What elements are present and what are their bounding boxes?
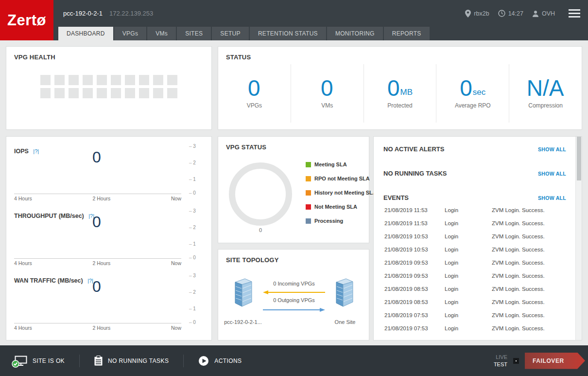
events-scrollbar[interactable] — [575, 137, 582, 340]
stat-unit: sec — [473, 88, 485, 97]
location-indicator: rbx2b — [465, 10, 489, 18]
y-tick: 1 — [189, 241, 205, 247]
show-all-events-link[interactable]: SHOW ALL — [538, 195, 566, 201]
incoming-vpgs-label: 0 Incoming VPGs — [262, 281, 326, 286]
live-test-toggle[interactable] — [513, 358, 519, 364]
site-topology-title: SITE TOPOLOGY — [226, 256, 279, 264]
tab-vpgs[interactable]: VPGs — [114, 27, 147, 40]
tab-dashboard[interactable]: DASHBOARD — [58, 27, 113, 40]
legend-item: Meeting SLA — [306, 161, 377, 167]
event-description: ZVM Login. Success. — [492, 299, 545, 305]
health-cell — [125, 88, 135, 98]
event-type: Login — [445, 286, 458, 292]
clock-icon — [498, 10, 505, 17]
legend-item: Processing — [306, 218, 377, 224]
site-identity: pcc-192-0-2-1 172.22.139.253 — [63, 0, 153, 27]
x-tick: 2 Hours — [92, 196, 110, 201]
show-all-tasks-link[interactable]: SHOW ALL — [538, 171, 566, 177]
legend-label: Not Meeting SLA — [314, 204, 357, 210]
user-icon — [532, 10, 539, 17]
event-description: ZVM Login. Success. — [492, 312, 545, 318]
tasks-clipboard-icon — [94, 356, 103, 366]
chart-x-axis: 4 Hours 2 Hours Now — [14, 196, 181, 201]
scrollbar-thumb[interactable] — [577, 137, 581, 180]
legend-label: History not Meeting SLA — [314, 190, 377, 196]
stat-protected: 0MB Protected — [363, 64, 436, 123]
vpg-health-card: VPG HEALTH — [6, 46, 212, 130]
vpg-health-grid — [6, 75, 211, 98]
performance-charts-card: IOPS |?| 0 3 2 1 0 4 Hours 2 Hours Now T… — [6, 136, 212, 340]
location-label: rbx2b — [474, 10, 489, 17]
remote-site-building-icon — [333, 278, 355, 308]
health-cell — [54, 75, 65, 85]
tab-vms[interactable]: VMs — [147, 27, 176, 40]
event-row: 21/08/2019 09:53 Login ZVM Login. Succes… — [374, 269, 575, 283]
zerto-logo-text: Zertø — [7, 12, 46, 29]
event-description: ZVM Login. Success. — [492, 233, 545, 239]
stat-label: Average RPO — [455, 102, 491, 109]
test-label: TEST — [494, 361, 507, 368]
legend-swatch — [306, 176, 311, 181]
event-type: Login — [445, 247, 458, 252]
event-type: Login — [445, 260, 458, 266]
health-cell — [139, 75, 149, 85]
stat-average-rpo: 0sec Average RPO — [436, 64, 509, 123]
x-tick: Now — [171, 260, 181, 266]
vpg-status-title: VPG STATUS — [226, 143, 266, 151]
event-type: Login — [445, 325, 458, 331]
event-row: 21/08/2019 10:53 Login ZVM Login. Succes… — [374, 230, 575, 243]
footer-tasks[interactable]: NO RUNNING TASKS — [80, 356, 183, 366]
event-row: 21/08/2019 07:53 Login ZVM Login. Succes… — [374, 322, 575, 335]
event-description: ZVM Login. Success. — [492, 286, 545, 292]
event-time: 21/08/2019 10:53 — [384, 233, 428, 239]
iops-chart: IOPS |?| 0 3 2 1 0 4 Hours 2 Hours Now — [6, 143, 211, 207]
site-monitor-icon — [15, 356, 27, 366]
main-tabs: DASHBOARD VPGs VMs SITES SETUP RETENTION… — [0, 27, 588, 40]
event-time: 21/08/2019 08:53 — [384, 286, 428, 292]
health-cell — [167, 75, 177, 85]
zerto-logo[interactable]: Zertø — [0, 0, 53, 40]
legend-item: RPO not Meeting SLA — [306, 176, 377, 181]
legend-swatch — [306, 218, 311, 224]
event-time: 21/08/2019 10:53 — [384, 247, 428, 252]
ok-check-icon — [12, 360, 19, 368]
stat-compression: N/A Compression — [509, 64, 582, 123]
chart-baseline — [14, 258, 181, 259]
health-cell — [69, 75, 79, 85]
event-type: Login — [445, 299, 458, 305]
legend-item: Not Meeting SLA — [306, 204, 377, 210]
hostname: pcc-192-0-2-1 — [63, 10, 103, 17]
chart-baseline — [14, 194, 181, 194]
health-cell — [125, 75, 135, 85]
tab-monitoring[interactable]: MONITORING — [327, 27, 383, 40]
tab-setup[interactable]: SETUP — [212, 27, 249, 40]
event-time: 21/08/2019 07:53 — [384, 325, 428, 331]
event-time: 21/08/2019 08:53 — [384, 299, 428, 305]
x-tick: 4 Hours — [14, 325, 32, 331]
tab-retention-status[interactable]: RETENTION STATUS — [250, 27, 326, 40]
failover-button[interactable]: FAILOVER — [525, 353, 585, 369]
location-pin-icon — [465, 10, 471, 18]
event-row: 21/08/2019 09:53 Login ZVM Login. Succes… — [374, 256, 575, 269]
stat-label: Protected — [387, 102, 412, 109]
vpg-status-donut — [229, 162, 292, 226]
live-test-labels: LIVE TEST — [494, 354, 507, 368]
chart-x-axis: 4 Hours 2 Hours Now — [14, 260, 181, 266]
health-cell — [83, 75, 93, 85]
y-tick: 3 — [189, 273, 205, 278]
footer-tasks-label: NO RUNNING TASKS — [108, 358, 169, 364]
legend-label: Processing — [314, 218, 343, 224]
y-tick: 2 — [189, 160, 205, 165]
running-tasks-title: NO RUNNING TASKS — [383, 170, 447, 177]
y-tick: 1 — [189, 177, 205, 182]
actions-menu[interactable]: ACTIONS — [184, 356, 256, 366]
hamburger-menu-icon[interactable] — [569, 9, 580, 18]
health-cell — [97, 75, 107, 85]
show-all-alerts-link[interactable]: SHOW ALL — [538, 146, 566, 152]
event-row: 21/08/2019 08:53 Login ZVM Login. Succes… — [374, 283, 575, 296]
clock-indicator: 14:27 — [498, 10, 523, 17]
y-tick: 0 — [189, 320, 205, 325]
tab-reports[interactable]: REPORTS — [384, 27, 430, 40]
user-menu[interactable]: OVH — [532, 10, 555, 17]
tab-sites[interactable]: SITES — [177, 27, 211, 40]
